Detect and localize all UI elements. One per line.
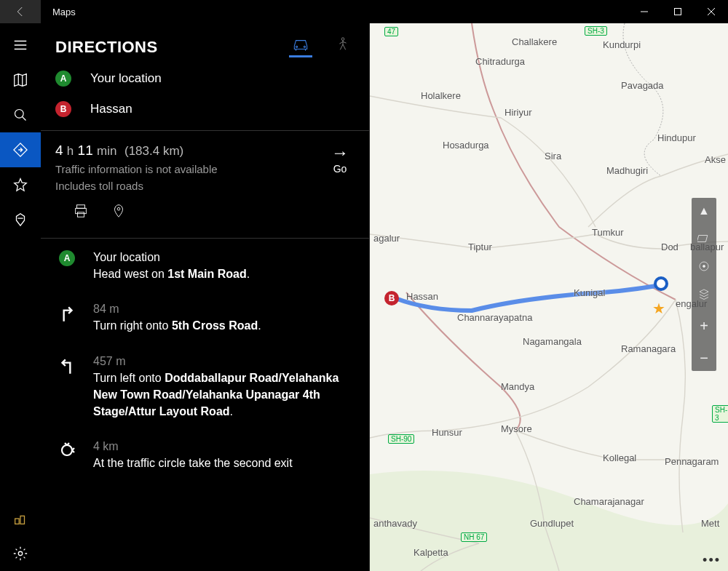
svg-point-8 [341,38,344,41]
map-city-label: Dod [661,241,678,252]
svg-point-6 [296,46,298,47]
zoom-in-button[interactable]: + [695,317,713,335]
account-button[interactable] [0,501,41,536]
more-options-button[interactable]: ••• [703,553,721,568]
map-city-label: Sira [545,151,561,161]
road-shield: NH 67 [461,532,487,542]
map-city-label: Chitradurga [475,56,525,67]
map-city-label: Ramanagara [621,343,676,354]
titlebar: Maps [0,0,728,23]
svg-rect-0 [675,9,681,15]
svg-rect-14 [697,236,708,242]
zoom-out-button[interactable]: − [695,349,713,367]
map-view-button[interactable] [0,63,41,97]
waypoint-b-label: Hassan [90,102,132,116]
map-city-label: Pavagada [621,80,664,91]
go-button[interactable]: → Go [325,143,355,194]
road-shield: SH-3 [712,405,728,423]
map-city-label: Tiptur [468,241,492,252]
map-city-label: Nagamangala [523,336,582,347]
waypoint-b-badge: B [55,101,71,117]
panel-title: DIRECTIONS [55,38,289,57]
window-maximize-button[interactable] [661,0,695,23]
directions-panel: DIRECTIONS A Your location B Hassan [41,23,370,571]
svg-point-1 [15,110,24,119]
direction-step[interactable]: 84 m Turn right onto 5th Cross Road. [41,292,369,344]
map-city-label: Mysore [501,423,532,434]
3d-cities-button[interactable] [0,202,41,237]
svg-rect-4 [20,516,25,524]
map-city-label: Hunsur [432,427,462,438]
map-city-label: Chamarajanagar [574,496,644,507]
svg-rect-11 [77,212,84,217]
map-city-label: Hiriyur [505,107,532,118]
map-city-label: Hindupur [657,132,696,143]
step-start-label: Your location [93,249,355,265]
map-layers-button[interactable] [695,285,713,303]
waypoint-a-row[interactable]: A Your location [41,63,369,94]
map-city-label: Holalkere [421,90,461,101]
locate-me-button[interactable] [695,257,713,275]
map-marker-origin[interactable] [654,276,668,291]
compass-button[interactable]: ▲ [695,202,713,220]
map-city-label: Mett [701,518,719,529]
arrow-right-icon: → [331,143,349,163]
map-city-label: agalur [373,233,400,244]
directions-steps: A Your location Head west on 1st Main Ro… [41,239,369,571]
svg-rect-10 [76,208,87,213]
step-distance: 457 m [93,355,355,368]
route-summary: 4 h 11 min (183.4 km) Traffic informatio… [41,131,369,203]
waypoint-a-label: Your location [90,71,162,86]
map-city-label: anthavady [373,518,417,529]
map-city-label: Hassan [406,291,438,302]
map-city-label: Mandya [501,381,534,392]
step-distance: 4 km [93,440,355,453]
print-button[interactable] [73,203,89,222]
map-marker-destination[interactable]: B [384,291,399,306]
map-city-label: Channarayapatna [457,312,532,323]
search-button[interactable] [0,97,41,132]
start-badge-icon: A [59,250,75,266]
nav-rail [0,23,41,571]
waypoint-b-row[interactable]: B Hassan [41,94,369,124]
route-time: 4 h 11 min (183.4 km) [55,143,314,159]
settings-button[interactable] [0,536,41,571]
window-close-button[interactable] [695,0,728,23]
back-button[interactable] [0,0,41,23]
favorites-button[interactable] [0,167,41,202]
toll-info: Includes toll roads [55,180,143,192]
turn-right-icon [58,304,76,323]
map-city-label: Madhugiri [606,165,648,176]
traffic-info: Traffic information is not available [55,163,218,175]
map-tools: ▲ + − [692,198,716,371]
turn-left-icon [58,356,76,375]
share-button[interactable] [111,203,127,222]
map-city-label: Akse [705,154,726,165]
map-city-label: Gundlupet [530,518,574,529]
svg-rect-9 [77,205,85,209]
map-city-label: Kalpetta [414,547,448,558]
tilt-button[interactable] [695,230,713,247]
waypoint-a-badge: A [55,71,71,87]
map-city-label: Kollegal [603,452,636,463]
direction-step[interactable]: A Your location Head west on 1st Main Ro… [41,239,369,292]
window-minimize-button[interactable] [628,0,661,23]
direction-step[interactable]: 457 m Turn left onto Doddaballapur Road/… [41,345,369,431]
map-city-label: Tumkur [592,227,624,238]
svg-point-7 [304,46,305,47]
svg-rect-3 [15,519,20,524]
map-city-label: Kunigal [574,287,605,298]
hamburger-button[interactable] [0,28,41,63]
mode-driving-tab[interactable] [289,36,312,57]
road-shield: 47 [384,27,398,36]
svg-point-5 [18,551,23,556]
direction-step[interactable]: 4 km At the traffic circle take the seco… [41,430,369,482]
map-canvas[interactable]: ChitradurgaChallakereKundurpiPavagadaHol… [370,23,728,571]
mode-walking-tab[interactable] [331,36,355,57]
map-favorite-icon: ★ [652,300,665,317]
directions-button[interactable] [0,132,41,167]
svg-point-13 [62,445,72,455]
svg-point-12 [117,207,120,210]
roundabout-icon [58,442,76,459]
app-title: Maps [41,7,628,17]
